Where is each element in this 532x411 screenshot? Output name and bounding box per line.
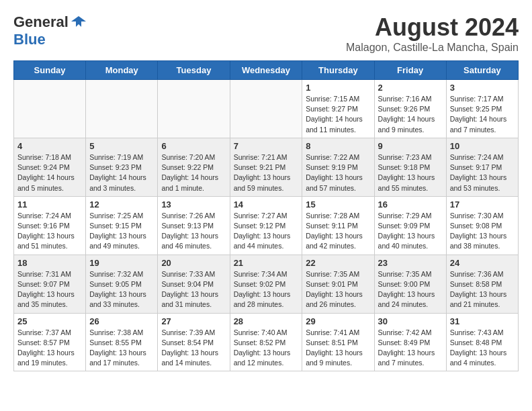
day-number: 5: [89, 141, 154, 151]
calendar-day-cell: 2Sunrise: 7:16 AM Sunset: 9:26 PM Daylig…: [374, 80, 446, 138]
day-info: Sunrise: 7:35 AM Sunset: 9:01 PM Dayligh…: [306, 269, 370, 310]
day-info: Sunrise: 7:43 AM Sunset: 8:48 PM Dayligh…: [450, 328, 515, 369]
calendar-day-cell: 5Sunrise: 7:19 AM Sunset: 9:23 PM Daylig…: [86, 138, 158, 196]
calendar-week-row: 11Sunrise: 7:24 AM Sunset: 9:16 PM Dayli…: [14, 196, 519, 255]
day-number: 1: [306, 83, 370, 93]
calendar-day-cell: 7Sunrise: 7:21 AM Sunset: 9:21 PM Daylig…: [230, 138, 302, 196]
calendar-day-cell: 20Sunrise: 7:33 AM Sunset: 9:04 PM Dayli…: [158, 255, 230, 313]
day-number: 12: [89, 199, 154, 210]
day-info: Sunrise: 7:23 AM Sunset: 9:18 PM Dayligh…: [378, 152, 443, 193]
calendar-day-cell: 22Sunrise: 7:35 AM Sunset: 9:01 PM Dayli…: [302, 255, 374, 313]
weekday-header-tuesday: Tuesday: [158, 61, 230, 80]
calendar-day-cell: 14Sunrise: 7:27 AM Sunset: 9:12 PM Dayli…: [230, 196, 302, 255]
day-number: 24: [450, 258, 515, 268]
calendar-day-cell: 8Sunrise: 7:22 AM Sunset: 9:19 PM Daylig…: [302, 138, 374, 196]
day-info: Sunrise: 7:16 AM Sunset: 9:26 PM Dayligh…: [378, 94, 443, 135]
day-info: Sunrise: 7:29 AM Sunset: 9:09 PM Dayligh…: [378, 211, 443, 252]
day-info: Sunrise: 7:35 AM Sunset: 9:00 PM Dayligh…: [378, 269, 443, 310]
day-info: Sunrise: 7:17 AM Sunset: 9:25 PM Dayligh…: [450, 94, 515, 135]
day-number: 10: [450, 141, 515, 151]
day-number: 25: [17, 316, 82, 326]
calendar-week-row: 25Sunrise: 7:37 AM Sunset: 8:57 PM Dayli…: [14, 313, 519, 371]
day-info: Sunrise: 7:36 AM Sunset: 8:58 PM Dayligh…: [450, 269, 515, 310]
logo: General Blue: [13, 13, 86, 48]
day-info: Sunrise: 7:21 AM Sunset: 9:21 PM Dayligh…: [234, 152, 299, 193]
day-info: Sunrise: 7:26 AM Sunset: 9:13 PM Dayligh…: [161, 211, 226, 252]
day-number: 8: [306, 141, 370, 151]
calendar-day-cell: 24Sunrise: 7:36 AM Sunset: 8:58 PM Dayli…: [446, 255, 518, 313]
calendar-day-cell: [86, 80, 158, 138]
day-info: Sunrise: 7:30 AM Sunset: 9:08 PM Dayligh…: [450, 211, 515, 252]
day-info: Sunrise: 7:40 AM Sunset: 8:52 PM Dayligh…: [234, 328, 299, 369]
day-number: 11: [17, 199, 82, 210]
calendar-day-cell: 19Sunrise: 7:32 AM Sunset: 9:05 PM Dayli…: [86, 255, 158, 313]
calendar-day-cell: 12Sunrise: 7:25 AM Sunset: 9:15 PM Dayli…: [86, 196, 158, 255]
day-info: Sunrise: 7:42 AM Sunset: 8:49 PM Dayligh…: [378, 328, 443, 369]
day-number: 30: [378, 316, 443, 326]
day-number: 3: [450, 83, 515, 93]
calendar-day-cell: 31Sunrise: 7:43 AM Sunset: 8:48 PM Dayli…: [446, 313, 518, 371]
day-info: Sunrise: 7:34 AM Sunset: 9:02 PM Dayligh…: [234, 269, 299, 310]
day-info: Sunrise: 7:31 AM Sunset: 9:07 PM Dayligh…: [17, 269, 82, 310]
calendar-day-cell: 23Sunrise: 7:35 AM Sunset: 9:00 PM Dayli…: [374, 255, 446, 313]
logo-general-text: General: [13, 13, 69, 31]
page-header: General Blue August 2024 Malagon, Castil…: [13, 13, 519, 54]
day-number: 18: [17, 258, 82, 268]
day-info: Sunrise: 7:27 AM Sunset: 9:12 PM Dayligh…: [234, 211, 299, 252]
day-info: Sunrise: 7:33 AM Sunset: 9:04 PM Dayligh…: [161, 269, 226, 310]
title-area: August 2024 Malagon, Castille-La Mancha,…: [346, 13, 519, 54]
day-number: 13: [161, 199, 226, 210]
day-number: 26: [89, 316, 154, 326]
calendar-day-cell: 4Sunrise: 7:18 AM Sunset: 9:24 PM Daylig…: [14, 138, 86, 196]
calendar-day-cell: 3Sunrise: 7:17 AM Sunset: 9:25 PM Daylig…: [446, 80, 518, 138]
calendar-day-cell: [230, 80, 302, 138]
day-number: 23: [378, 258, 443, 268]
weekday-header-thursday: Thursday: [302, 61, 374, 80]
day-number: 19: [89, 258, 154, 268]
svg-marker-0: [71, 16, 86, 27]
day-number: 22: [306, 258, 370, 268]
calendar-day-cell: 27Sunrise: 7:39 AM Sunset: 8:54 PM Dayli…: [158, 313, 230, 371]
day-info: Sunrise: 7:28 AM Sunset: 9:11 PM Dayligh…: [306, 211, 370, 252]
day-number: 21: [234, 258, 299, 268]
calendar-day-cell: 1Sunrise: 7:15 AM Sunset: 9:27 PM Daylig…: [302, 80, 374, 138]
calendar-day-cell: 21Sunrise: 7:34 AM Sunset: 9:02 PM Dayli…: [230, 255, 302, 313]
day-number: 9: [378, 141, 443, 151]
day-info: Sunrise: 7:38 AM Sunset: 8:55 PM Dayligh…: [89, 328, 154, 369]
calendar-day-cell: 29Sunrise: 7:41 AM Sunset: 8:51 PM Dayli…: [302, 313, 374, 371]
day-number: 16: [378, 199, 443, 210]
day-info: Sunrise: 7:20 AM Sunset: 9:22 PM Dayligh…: [161, 152, 226, 193]
day-number: 2: [378, 83, 443, 93]
calendar-day-cell: 30Sunrise: 7:42 AM Sunset: 8:49 PM Dayli…: [374, 313, 446, 371]
day-number: 29: [306, 316, 370, 326]
month-title: August 2024: [346, 13, 519, 42]
day-info: Sunrise: 7:25 AM Sunset: 9:15 PM Dayligh…: [89, 211, 154, 252]
day-number: 27: [161, 316, 226, 326]
day-number: 4: [17, 141, 82, 151]
day-number: 6: [161, 141, 226, 151]
calendar-day-cell: 6Sunrise: 7:20 AM Sunset: 9:22 PM Daylig…: [158, 138, 230, 196]
day-number: 31: [450, 316, 515, 326]
day-number: 14: [234, 199, 299, 210]
day-number: 20: [161, 258, 226, 268]
calendar-table: SundayMondayTuesdayWednesdayThursdayFrid…: [13, 60, 519, 371]
logo-bird-icon: [71, 15, 86, 30]
day-info: Sunrise: 7:32 AM Sunset: 9:05 PM Dayligh…: [89, 269, 154, 310]
logo-blue-text: Blue: [13, 31, 46, 48]
calendar-day-cell: 10Sunrise: 7:24 AM Sunset: 9:17 PM Dayli…: [446, 138, 518, 196]
weekday-header-row: SundayMondayTuesdayWednesdayThursdayFrid…: [14, 61, 519, 80]
calendar-day-cell: 25Sunrise: 7:37 AM Sunset: 8:57 PM Dayli…: [14, 313, 86, 371]
calendar-day-cell: 17Sunrise: 7:30 AM Sunset: 9:08 PM Dayli…: [446, 196, 518, 255]
day-info: Sunrise: 7:15 AM Sunset: 9:27 PM Dayligh…: [306, 94, 370, 135]
calendar-week-row: 18Sunrise: 7:31 AM Sunset: 9:07 PM Dayli…: [14, 255, 519, 313]
weekday-header-sunday: Sunday: [14, 61, 86, 80]
calendar-day-cell: 15Sunrise: 7:28 AM Sunset: 9:11 PM Dayli…: [302, 196, 374, 255]
day-info: Sunrise: 7:39 AM Sunset: 8:54 PM Dayligh…: [161, 328, 226, 369]
calendar-week-row: 4Sunrise: 7:18 AM Sunset: 9:24 PM Daylig…: [14, 138, 519, 196]
calendar-week-row: 1Sunrise: 7:15 AM Sunset: 9:27 PM Daylig…: [14, 80, 519, 138]
day-info: Sunrise: 7:19 AM Sunset: 9:23 PM Dayligh…: [89, 152, 154, 193]
day-number: 17: [450, 199, 515, 210]
calendar-day-cell: 18Sunrise: 7:31 AM Sunset: 9:07 PM Dayli…: [14, 255, 86, 313]
weekday-header-friday: Friday: [374, 61, 446, 80]
day-number: 15: [306, 199, 370, 210]
